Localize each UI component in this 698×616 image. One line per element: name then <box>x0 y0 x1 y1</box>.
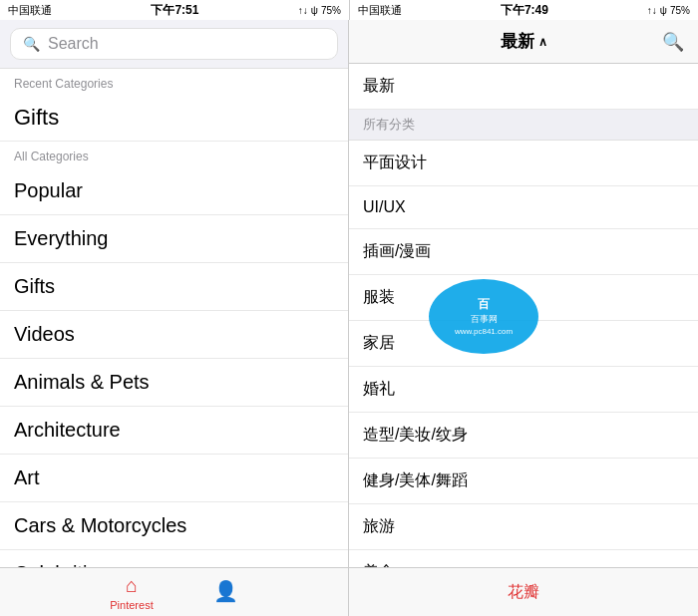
left-carrier: 中国联通 <box>8 3 52 18</box>
bluetooth-icon: ψ <box>311 5 318 16</box>
right-item-fitness[interactable]: 健身/美体/舞蹈 <box>349 459 698 504</box>
person-icon: 👤 <box>213 579 238 603</box>
right-item-food[interactable]: 美食 <box>349 550 698 567</box>
right-item-travel[interactable]: 旅游 <box>349 504 698 550</box>
left-time: 下午7:51 <box>151 2 198 19</box>
battery-icon: 75% <box>321 5 341 16</box>
header-title-text: 最新 <box>501 30 534 53</box>
right-item-home[interactable]: 家居 <box>349 321 698 367</box>
right-item-wedding[interactable]: 婚礼 <box>349 367 698 413</box>
right-panel: 最新 ∧ 🔍 最新 所有分类 平面设计 UI/UX 插画/漫画 服装 家居 婚礼… <box>349 20 698 616</box>
right-item-graphic-design[interactable]: 平面设计 <box>349 141 698 186</box>
tab-bar-right: 花瓣 <box>349 567 698 616</box>
search-placeholder: Search <box>48 35 99 53</box>
search-input-wrapper[interactable]: 🔍 Search <box>10 28 338 60</box>
search-bar: 🔍 Search <box>0 20 348 69</box>
list-item-everything[interactable]: Everything <box>0 215 348 263</box>
bluetooth-icon-right: ψ <box>660 5 667 16</box>
list-item-videos[interactable]: Videos <box>0 311 348 359</box>
right-item-uiux[interactable]: UI/UX <box>349 186 698 229</box>
right-top-item[interactable]: 最新 <box>349 64 698 110</box>
list-item-celebrities[interactable]: Celebrities <box>0 550 348 567</box>
right-item-beauty[interactable]: 造型/美妆/纹身 <box>349 413 698 459</box>
list-item-cars-motorcycles[interactable]: Cars & Motorcycles <box>0 502 348 550</box>
right-icons: ↑↓ ψ 75% <box>647 5 690 16</box>
list-item-gifts[interactable]: Gifts <box>0 263 348 311</box>
right-header-title[interactable]: 最新 ∧ <box>501 30 547 53</box>
status-bar-right: 中国联通 下午7:49 ↑↓ ψ 75% <box>349 0 698 20</box>
chevron-up-icon: ∧ <box>538 35 547 49</box>
right-item-fashion[interactable]: 服装 <box>349 275 698 321</box>
search-icon-right[interactable]: 🔍 <box>662 31 684 53</box>
right-time: 下午7:49 <box>501 2 548 19</box>
status-bar-left: 中国联通 下午7:51 ↑↓ ψ 75% <box>0 0 349 20</box>
list-item-animals-pets[interactable]: Animals & Pets <box>0 359 348 407</box>
all-categories-label: All Categories <box>0 142 348 167</box>
list-item-popular[interactable]: Popular <box>0 167 348 215</box>
left-icons: ↑↓ ψ 75% <box>298 5 341 16</box>
search-icon: 🔍 <box>23 36 40 52</box>
tab-pinterest-label: Pinterest <box>110 599 153 611</box>
right-header: 最新 ∧ 🔍 <box>349 20 698 64</box>
tab-pinterest[interactable]: ⌂ Pinterest <box>110 574 153 611</box>
tab-bar-left: ⌂ Pinterest 👤 <box>0 567 348 616</box>
signal-icon-right: ↑↓ <box>647 5 657 16</box>
right-item-illustration[interactable]: 插画/漫画 <box>349 229 698 275</box>
battery-icon-right: 75% <box>670 5 690 16</box>
right-list: 最新 所有分类 平面设计 UI/UX 插画/漫画 服装 家居 婚礼 造型/美妆/… <box>349 64 698 567</box>
main-content: 🔍 Search Recent Categories Gifts All Cat… <box>0 20 698 616</box>
left-list: Recent Categories Gifts All Categories P… <box>0 69 348 567</box>
signal-icon: ↑↓ <box>298 5 308 16</box>
tab-right-label[interactable]: 花瓣 <box>508 582 539 603</box>
pinterest-home-icon: ⌂ <box>126 574 138 597</box>
status-bars: 中国联通 下午7:51 ↑↓ ψ 75% 中国联通 下午7:49 ↑↓ ψ 75… <box>0 0 698 20</box>
list-item-recent-gifts[interactable]: Gifts <box>0 95 348 142</box>
left-panel: 🔍 Search Recent Categories Gifts All Cat… <box>0 20 349 616</box>
list-item-architecture[interactable]: Architecture <box>0 407 348 455</box>
recent-label: Recent Categories <box>0 69 348 95</box>
list-item-art[interactable]: Art <box>0 455 348 502</box>
right-section-header: 所有分类 <box>349 110 698 141</box>
right-carrier: 中国联通 <box>358 3 402 18</box>
tab-profile[interactable]: 👤 <box>213 579 238 605</box>
